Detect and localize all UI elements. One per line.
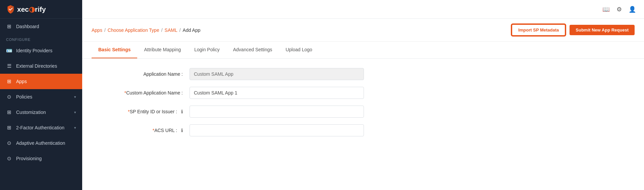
submit-new-app-request-button[interactable]: Submit New App Request	[570, 25, 635, 35]
sidebar-item-provisioning[interactable]: ⊙ Provisioning	[0, 151, 82, 166]
breadcrumb-sep1: /	[104, 27, 106, 33]
identity-providers-icon: 🪪	[6, 48, 12, 54]
tabs-row: Basic Settings Attribute Mapping Login P…	[82, 42, 644, 59]
custom-application-name-label: *Custom Application Name :	[102, 90, 190, 96]
form-row-acs-url: *ACS URL : ℹ	[102, 124, 624, 136]
form-row-custom-application-name: *Custom Application Name :	[102, 87, 624, 99]
sidebar-item-label: Policies	[16, 94, 32, 100]
gear-icon[interactable]: ⚙	[616, 6, 622, 13]
sidebar-item-customization[interactable]: ⊞ Customization ▾	[0, 105, 82, 120]
acs-url-label: *ACS URL : ℹ	[102, 128, 190, 133]
application-name-label: Application Name :	[102, 71, 190, 77]
tab-basic-settings[interactable]: Basic Settings	[92, 42, 137, 58]
breadcrumb-row: Apps / Choose Application Type / SAML / …	[82, 19, 644, 42]
sidebar-item-label: Apps	[16, 79, 27, 84]
sidebar-item-apps[interactable]: ⊞ Apps	[0, 74, 82, 89]
dashboard-icon: ⊞	[6, 23, 12, 29]
sidebar-item-label: Identity Providers	[16, 48, 52, 53]
sidebar: xec◑rify ⊞ Dashboard Configure 🪪 Identit…	[0, 0, 82, 190]
logo-area: xec◑rify	[0, 0, 82, 19]
sidebar-item-label: 2-Factor Authentication	[16, 125, 64, 130]
form-area: Application Name : *Custom Application N…	[82, 59, 644, 152]
tab-login-policy[interactable]: Login Policy	[187, 42, 226, 58]
sp-entity-id-info-icon[interactable]: ℹ	[181, 109, 183, 114]
sidebar-item-label: Adaptive Authentication	[16, 140, 65, 146]
chevron-down-icon: ▾	[74, 126, 76, 130]
breadcrumb-apps[interactable]: Apps	[92, 27, 102, 33]
sidebar-item-external-directories[interactable]: ☰ External Directories	[0, 58, 82, 74]
sidebar-item-dashboard[interactable]: ⊞ Dashboard	[0, 19, 82, 34]
breadcrumb-current: Add App	[183, 27, 201, 33]
tab-attribute-mapping[interactable]: Attribute Mapping	[137, 42, 187, 58]
configure-section-label: Configure	[0, 34, 82, 43]
top-header: 📖 ⚙ 👤	[82, 0, 644, 19]
book-icon[interactable]: 📖	[602, 6, 610, 13]
main-content: 📖 ⚙ 👤 Apps / Choose Application Type / S…	[82, 0, 644, 190]
sidebar-item-label: Customization	[16, 110, 46, 115]
tab-upload-logo[interactable]: Upload Logo	[279, 42, 319, 58]
adaptive-auth-icon: ⊙	[6, 140, 12, 146]
acs-url-input[interactable]	[190, 124, 364, 136]
import-sp-metadata-button[interactable]: Import SP Metadata	[512, 24, 566, 36]
custom-application-name-input[interactable]	[190, 87, 364, 99]
twofa-icon: ⊞	[6, 125, 12, 131]
sidebar-item-2fa[interactable]: ⊞ 2-Factor Authentication ▾	[0, 120, 82, 135]
tab-advanced-settings[interactable]: Advanced Settings	[226, 42, 279, 58]
breadcrumb-choose-app-type[interactable]: Choose Application Type	[108, 27, 159, 33]
customization-icon: ⊞	[6, 109, 12, 115]
header-actions: Import SP Metadata Submit New App Reques…	[512, 24, 635, 36]
sp-entity-id-input[interactable]	[190, 106, 364, 118]
sidebar-item-label: Provisioning	[16, 156, 42, 161]
chevron-down-icon: ▾	[74, 110, 76, 115]
chevron-down-icon: ▾	[74, 95, 76, 99]
sidebar-item-label: Dashboard	[16, 24, 39, 29]
breadcrumb-sep2: /	[161, 27, 163, 33]
apps-icon: ⊞	[6, 78, 12, 84]
form-row-application-name: Application Name :	[102, 68, 624, 80]
provisioning-icon: ⊙	[6, 155, 12, 162]
application-name-input[interactable]	[190, 68, 364, 80]
external-dirs-icon: ☰	[6, 63, 12, 69]
sidebar-item-policies[interactable]: ⊙ Policies ▾	[0, 89, 82, 105]
policies-icon: ⊙	[6, 94, 12, 100]
sp-entity-id-label: *SP Entity ID or Issuer : ℹ	[102, 109, 190, 114]
breadcrumb-sep3: /	[179, 27, 181, 33]
sidebar-item-label: External Directories	[16, 63, 57, 69]
sidebar-item-identity-providers[interactable]: 🪪 Identity Providers	[0, 43, 82, 58]
page-content: Apps / Choose Application Type / SAML / …	[82, 19, 644, 190]
logo-text: xec◑rify	[17, 5, 46, 13]
logo-shield-icon	[6, 5, 15, 14]
sidebar-item-adaptive-auth[interactable]: ⊙ Adaptive Authentication	[0, 135, 82, 151]
form-row-sp-entity-id: *SP Entity ID or Issuer : ℹ	[102, 106, 624, 118]
user-icon[interactable]: 👤	[629, 6, 636, 13]
acs-url-info-icon[interactable]: ℹ	[181, 128, 183, 133]
sidebar-nav: ⊞ Dashboard Configure 🪪 Identity Provide…	[0, 19, 82, 190]
breadcrumb: Apps / Choose Application Type / SAML / …	[92, 27, 201, 33]
breadcrumb-saml[interactable]: SAML	[165, 27, 177, 33]
